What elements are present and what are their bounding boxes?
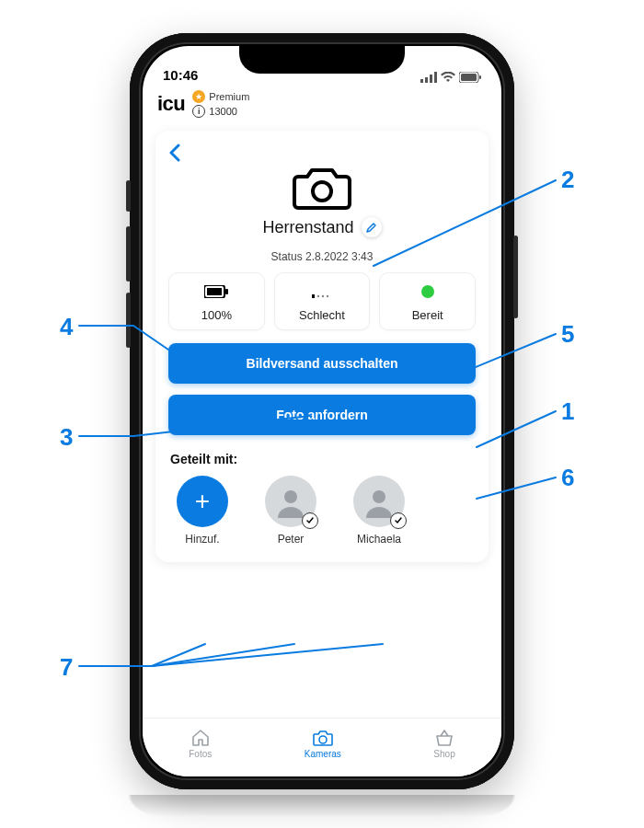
battery-icon [459,72,481,83]
info-icon: i [192,105,205,118]
camera-icon [312,729,334,747]
camera-icon [293,164,351,212]
add-share-label: Hinzuf. [185,533,219,546]
tab-label: Shop [433,749,454,759]
svg-rect-1 [425,77,428,83]
signal-tile[interactable]: Schlecht [274,272,371,330]
ready-value: Bereit [412,308,443,322]
shared-user-avatar[interactable] [353,476,405,527]
status-dot-icon [421,285,434,298]
callout-3: 3 [60,423,73,452]
camera-name: Herrenstand [262,218,353,237]
pencil-icon [366,222,377,233]
phone-reflection [130,795,514,817]
svg-rect-0 [420,79,423,83]
app-logo: icu [157,92,185,116]
battery-full-icon [204,285,228,298]
wifi-icon [441,72,455,83]
status-time: 10:46 [163,67,198,83]
svg-rect-2 [430,75,432,83]
svg-rect-9 [207,288,222,295]
signal-value: Schlecht [299,308,345,322]
phone-side-button [126,226,131,282]
phone-side-button [513,236,518,318]
callout-6: 6 [561,464,574,492]
shared-user-name: Michaela [357,533,401,546]
camera-card: Herrenstand Status 2.8.2022 3:43 100% [155,131,489,562]
phone-side-button [126,293,131,348]
svg-point-17 [319,736,327,743]
svg-rect-11 [312,294,315,298]
phone-notch [239,46,405,74]
callout-7: 7 [60,653,73,682]
edit-name-button[interactable] [362,217,382,237]
check-icon [390,512,407,529]
check-icon [302,512,318,529]
ready-tile[interactable]: Bereit [379,272,476,330]
chevron-left-icon [168,144,181,162]
signal-weak-icon [312,285,332,298]
phone-side-button [126,180,131,212]
status-line: Status 2.8.2022 3:43 [168,250,476,263]
battery-tile[interactable]: 100% [168,272,265,330]
points-value: 13000 [209,106,237,117]
svg-rect-5 [461,74,477,81]
person-icon [274,485,307,518]
tab-photos[interactable]: Fotos [189,729,212,759]
svg-rect-6 [479,75,481,79]
cell-signal-icon [420,72,437,83]
tab-label: Fotos [189,749,212,759]
plus-icon: + [195,487,210,516]
svg-point-16 [373,490,385,503]
callout-2: 2 [561,166,574,194]
tab-cameras[interactable]: Kameras [305,729,341,759]
shared-with-title: Geteilt mit: [170,452,476,466]
svg-rect-3 [434,72,437,83]
svg-point-13 [322,295,324,297]
tab-label: Kameras [305,749,341,759]
battery-value: 100% [201,308,232,322]
shared-user-avatar[interactable] [265,476,316,527]
svg-point-15 [284,490,297,503]
callout-4: 4 [60,313,73,341]
add-share-button[interactable]: + [177,476,228,527]
request-photo-button[interactable]: Foto anfordern [168,395,476,435]
phone-screen: 10:46 icu ★ Premium i 13000 [143,46,501,776]
svg-rect-10 [225,289,228,294]
phone-frame: 10:46 icu ★ Premium i 13000 [130,33,514,789]
basket-icon [434,729,454,747]
disable-transmit-button[interactable]: Bildversand ausschalten [168,343,476,384]
star-icon: ★ [192,90,205,103]
tab-shop[interactable]: Shop [433,729,454,759]
tab-bar: Fotos Kameras Shop [143,718,501,776]
shared-user-name: Peter [278,533,305,546]
callout-5: 5 [561,320,574,349]
person-icon [362,485,396,518]
app-header: icu ★ Premium i 13000 [143,86,501,125]
svg-point-14 [327,295,328,297]
callout-1: 1 [561,397,574,426]
home-icon [190,729,211,747]
svg-point-12 [317,295,319,297]
premium-label: Premium [209,91,249,102]
svg-point-7 [313,182,331,201]
